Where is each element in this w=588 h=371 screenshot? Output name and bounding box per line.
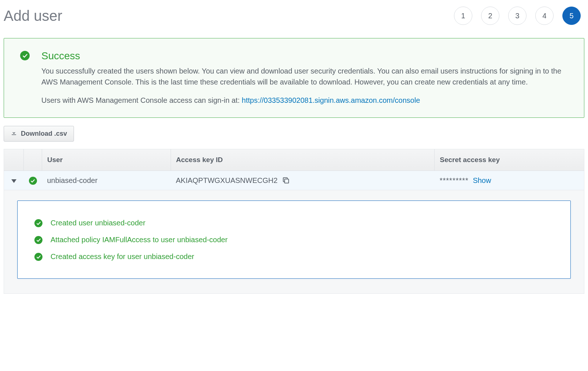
step-3[interactable]: 3 bbox=[508, 7, 526, 25]
detail-item: Created user unbiased-coder bbox=[34, 218, 554, 227]
signin-link[interactable]: https://033533902081.signin.aws.amazon.c… bbox=[242, 96, 420, 104]
success-title: Success bbox=[41, 50, 571, 62]
col-secret-access-key: Secret access key bbox=[435, 149, 584, 171]
row-secret-masked: ********* bbox=[440, 176, 469, 184]
step-5[interactable]: 5 bbox=[562, 7, 581, 25]
success-paragraph-1: You successfully created the users shown… bbox=[41, 65, 571, 87]
copy-icon[interactable] bbox=[282, 176, 290, 184]
success-check-icon bbox=[34, 219, 42, 227]
step-1[interactable]: 1 bbox=[454, 7, 472, 25]
svg-rect-1 bbox=[284, 179, 289, 183]
success-check-icon bbox=[34, 236, 42, 244]
col-user: User bbox=[42, 149, 171, 171]
detail-text: Created user unbiased-coder bbox=[51, 219, 145, 227]
download-csv-label: Download .csv bbox=[21, 130, 67, 138]
col-status bbox=[24, 149, 42, 171]
caret-down-icon bbox=[11, 176, 16, 184]
success-paragraph-2: Users with AWS Management Console access… bbox=[41, 95, 571, 106]
row-access-key-id: AKIAQPTWGXUASNWECGH2 bbox=[176, 176, 278, 185]
signin-prefix: Users with AWS Management Console access… bbox=[41, 96, 242, 104]
success-check-icon bbox=[34, 253, 42, 261]
detail-text: Attached policy IAMFullAccess to user un… bbox=[51, 236, 228, 244]
step-2[interactable]: 2 bbox=[481, 7, 499, 25]
detail-item: Attached policy IAMFullAccess to user un… bbox=[34, 235, 554, 244]
download-csv-button[interactable]: Download .csv bbox=[4, 126, 74, 142]
show-secret-link[interactable]: Show bbox=[473, 176, 491, 184]
expand-toggle[interactable] bbox=[4, 171, 24, 190]
detail-item: Created access key for user unbiased-cod… bbox=[34, 252, 554, 261]
col-expand bbox=[4, 149, 24, 171]
svg-marker-0 bbox=[11, 179, 16, 183]
col-access-key-id: Access key ID bbox=[171, 149, 435, 171]
table-row: unbiased-coder AKIAQPTWGXUASNWECGH2 ****… bbox=[4, 171, 584, 190]
download-icon bbox=[11, 130, 17, 138]
row-username: unbiased-coder bbox=[42, 171, 171, 190]
success-banner: Success You successfully created the use… bbox=[4, 38, 584, 118]
success-check-icon bbox=[20, 51, 30, 60]
users-table: User Access key ID Secret access key unb… bbox=[4, 149, 584, 294]
success-check-icon bbox=[29, 177, 37, 185]
row-status bbox=[24, 171, 42, 190]
step-indicator: 1 2 3 4 5 bbox=[454, 7, 584, 25]
detail-text: Created access key for user unbiased-cod… bbox=[51, 252, 194, 261]
step-4[interactable]: 4 bbox=[535, 7, 554, 25]
user-detail-panel: Created user unbiased-coder Attached pol… bbox=[17, 201, 571, 279]
page-title: Add user bbox=[4, 8, 62, 24]
